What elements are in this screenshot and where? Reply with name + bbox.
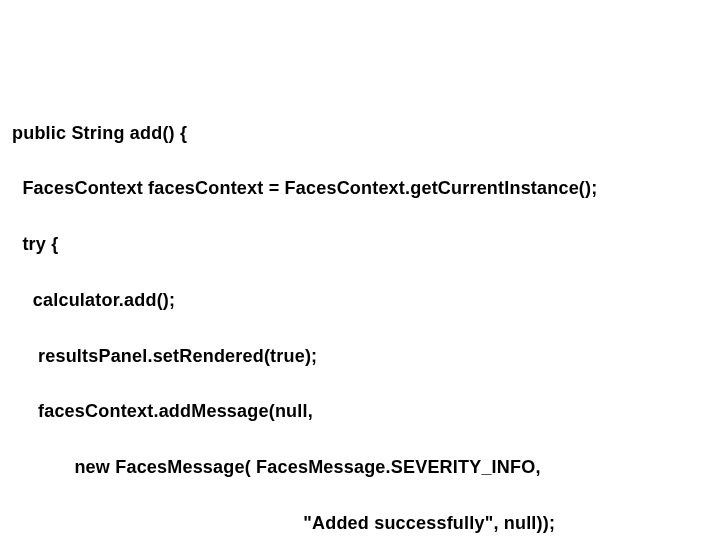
code-line: calculator.add(); [12,287,720,315]
code-line: "Added successfully", null)); [12,510,720,538]
code-line: facesContext.addMessage(null, [12,398,720,426]
code-line: FacesContext facesContext = FacesContext… [12,175,720,203]
code-line: public String add() { [12,120,720,148]
code-line: try { [12,231,720,259]
code-line: resultsPanel.setRendered(true); [12,343,720,371]
code-line: new FacesMessage( FacesMessage.SEVERITY_… [12,454,720,482]
